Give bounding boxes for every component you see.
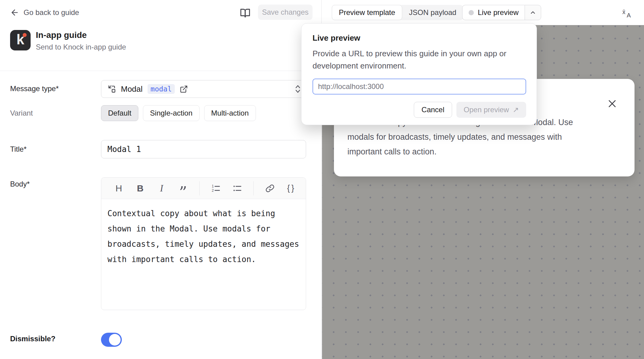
title-input[interactable] <box>101 140 306 158</box>
bold-button[interactable]: B <box>135 182 145 194</box>
select-chevrons-icon <box>295 84 301 94</box>
svg-text:x̄: x̄ <box>622 9 625 15</box>
editor-toolbar: H B I ” 12 {} <box>101 178 306 199</box>
blockquote-button[interactable]: ” <box>178 182 188 194</box>
docs-book-icon[interactable] <box>240 8 250 18</box>
toolbar-divider <box>199 181 200 195</box>
chevron-up-icon <box>530 9 536 16</box>
svg-text:2: 2 <box>212 188 214 192</box>
svg-text:A: A <box>627 12 631 19</box>
back-to-guide-label: Go back to guide <box>24 8 79 17</box>
back-arrow-icon <box>10 8 19 17</box>
variant-button-group: Default Single-action Multi-action <box>101 105 306 121</box>
open-preview-button[interactable]: Open preview ↗ <box>456 102 526 118</box>
message-type-select[interactable]: Modal modal <box>101 80 306 98</box>
variant-single-action-button[interactable]: Single-action <box>143 105 200 121</box>
knock-logo: k <box>10 30 31 50</box>
live-preview-label: Live preview <box>478 8 519 17</box>
body-label: Body* <box>10 180 30 188</box>
knock-logo-letter: k <box>10 31 31 48</box>
external-link-icon[interactable] <box>180 85 188 93</box>
arrow-up-right-icon: ↗ <box>513 105 519 114</box>
body-editor-content[interactable]: Contextual copy about what is being show… <box>101 199 306 274</box>
preview-toolbar: Preview template JSON payload Live previ… <box>322 0 644 25</box>
status-dot-icon <box>469 10 474 15</box>
title-label: Title* <box>10 145 27 154</box>
translate-icon[interactable]: x̄A <box>621 7 634 20</box>
variant-label: Variant <box>10 109 33 117</box>
heading-button[interactable]: H <box>114 182 124 194</box>
knock-logo-dot <box>23 33 27 37</box>
page-subtitle: Send to Knock in-app guide <box>36 43 126 51</box>
live-preview-split-button: Live preview <box>462 5 541 20</box>
page-title: In-app guide <box>36 30 87 40</box>
bullet-list-button[interactable] <box>232 182 242 194</box>
toolbar-divider <box>253 181 254 195</box>
popover-actions: Cancel Open preview ↗ <box>313 102 526 118</box>
body-editor: H B I ” 12 {} Con <box>101 177 306 310</box>
ordered-list-button[interactable]: 12 <box>211 182 221 194</box>
cancel-button[interactable]: Cancel <box>414 102 452 118</box>
preview-tabs: Preview template JSON payload <box>332 5 463 20</box>
live-preview-popover: Live preview Provide a URL to preview th… <box>301 23 537 125</box>
toggle-knob <box>109 334 121 346</box>
editor-panel: Go back to guide Save changes k In-app g… <box>0 0 322 359</box>
message-type-key-badge: modal <box>148 84 175 94</box>
svg-text:1: 1 <box>212 184 214 188</box>
variant-default-button[interactable]: Default <box>101 105 138 121</box>
link-button[interactable] <box>265 182 275 194</box>
variables-button[interactable]: {} <box>286 182 297 194</box>
tab-preview-template[interactable]: Preview template <box>332 5 402 20</box>
close-icon[interactable] <box>607 98 617 109</box>
live-preview-chevron-button[interactable] <box>525 5 541 20</box>
open-preview-label: Open preview <box>464 105 509 114</box>
live-preview-button[interactable]: Live preview <box>462 5 525 20</box>
save-changes-button[interactable]: Save changes <box>258 5 313 20</box>
message-type-value: Modal <box>121 84 143 94</box>
popover-description: Provide a URL to preview this guide in y… <box>313 47 524 72</box>
dismissible-toggle[interactable] <box>101 333 122 347</box>
message-type-label: Message type* <box>10 84 59 93</box>
back-to-guide-link[interactable]: Go back to guide <box>10 8 79 17</box>
guide-header: k In-app guide Send to Knock in-app guid… <box>0 25 321 71</box>
popover-title: Live preview <box>313 33 360 43</box>
preview-url-input[interactable] <box>313 79 526 94</box>
variant-multi-action-button[interactable]: Multi-action <box>204 105 256 121</box>
tab-json-payload[interactable]: JSON payload <box>402 5 463 20</box>
dismissible-label: Dismissible? <box>10 335 55 343</box>
modal-type-icon <box>107 85 116 93</box>
italic-button[interactable]: I <box>156 182 167 194</box>
